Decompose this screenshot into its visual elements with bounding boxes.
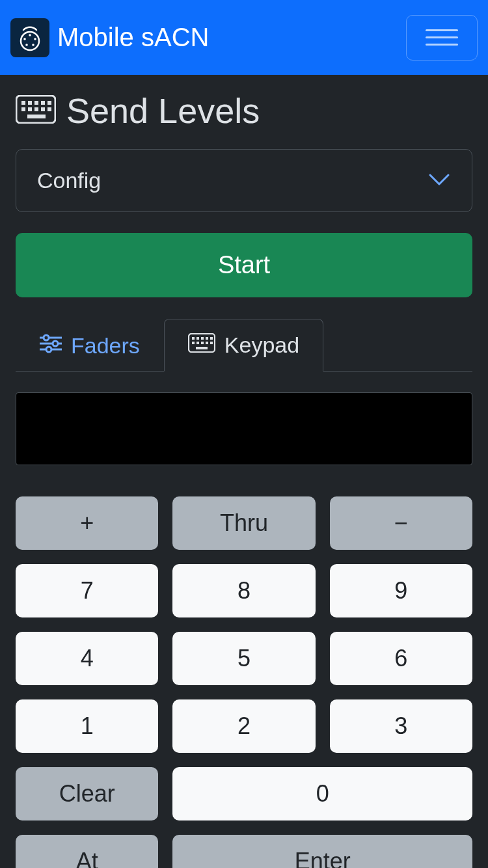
svg-rect-11 [47, 101, 51, 105]
keypad-thru-button[interactable]: Thru [172, 496, 315, 550]
svg-rect-34 [210, 342, 213, 344]
keypad-8-button[interactable]: 8 [172, 564, 315, 617]
svg-rect-8 [28, 101, 32, 105]
svg-point-2 [23, 38, 26, 40]
keypad-at-button[interactable]: At [16, 835, 158, 868]
keypad-minus-button[interactable]: − [330, 496, 472, 550]
svg-rect-31 [197, 342, 199, 344]
keypad-3-button[interactable]: 3 [330, 699, 472, 753]
svg-rect-10 [41, 101, 45, 105]
keypad-0-button[interactable]: 0 [172, 767, 472, 821]
chevron-down-icon [427, 172, 451, 189]
tabs: Faders Keypad [16, 318, 472, 372]
tab-faders[interactable]: Faders [16, 319, 164, 372]
keyboard-icon [188, 332, 215, 358]
page-title-row: Send Levels [16, 90, 472, 131]
tab-keypad[interactable]: Keypad [164, 319, 323, 372]
tab-keypad-label: Keypad [224, 332, 299, 358]
svg-point-3 [34, 38, 36, 40]
hamburger-icon [426, 29, 458, 31]
svg-rect-28 [206, 337, 208, 340]
svg-point-19 [44, 335, 49, 340]
navbar-title: Mobile sACN [57, 23, 209, 52]
keypad-enter-button[interactable]: Enter [172, 835, 472, 868]
content-area: Send Levels Config Start Fad [0, 75, 488, 868]
app-logo-icon [10, 18, 49, 57]
tab-faders-label: Faders [71, 333, 140, 359]
svg-point-21 [53, 341, 58, 346]
keypad-4-button[interactable]: 4 [16, 632, 158, 685]
sliders-icon [40, 333, 62, 359]
svg-point-5 [32, 44, 34, 46]
start-button[interactable]: Start [16, 233, 472, 297]
svg-rect-26 [197, 337, 199, 340]
menu-toggle-button[interactable] [406, 15, 478, 61]
keypad-9-button[interactable]: 9 [330, 564, 472, 617]
keypad-7-button[interactable]: 7 [16, 564, 158, 617]
svg-rect-25 [192, 337, 195, 340]
svg-point-1 [29, 34, 31, 36]
keypad-2-button[interactable]: 2 [172, 699, 315, 753]
svg-rect-16 [47, 107, 51, 111]
svg-point-23 [46, 347, 51, 352]
navbar: Mobile sACN [0, 0, 488, 75]
svg-rect-15 [41, 107, 45, 111]
svg-rect-35 [196, 347, 208, 349]
svg-rect-17 [27, 115, 46, 118]
svg-rect-12 [21, 107, 25, 111]
svg-rect-14 [34, 107, 38, 111]
svg-rect-29 [210, 337, 213, 340]
keypad-5-button[interactable]: 5 [172, 632, 315, 685]
svg-rect-7 [21, 101, 25, 105]
keypad-display [16, 392, 472, 465]
svg-rect-30 [192, 342, 195, 344]
keypad-6-button[interactable]: 6 [330, 632, 472, 685]
svg-point-4 [25, 44, 28, 46]
keypad-clear-button[interactable]: Clear [16, 767, 158, 821]
config-label: Config [37, 168, 101, 193]
navbar-brand[interactable]: Mobile sACN [10, 18, 209, 57]
svg-rect-32 [201, 342, 204, 344]
config-dropdown[interactable]: Config [16, 149, 472, 212]
svg-rect-33 [206, 342, 208, 344]
page-title: Send Levels [66, 90, 260, 131]
svg-rect-9 [34, 101, 38, 105]
keypad-plus-button[interactable]: + [16, 496, 158, 550]
svg-rect-27 [201, 337, 204, 340]
keyboard-icon [16, 95, 56, 126]
keypad-grid: + Thru − 7 8 9 4 5 6 1 2 3 Clear 0 At En… [16, 496, 472, 868]
keypad-1-button[interactable]: 1 [16, 699, 158, 753]
svg-rect-13 [28, 107, 32, 111]
